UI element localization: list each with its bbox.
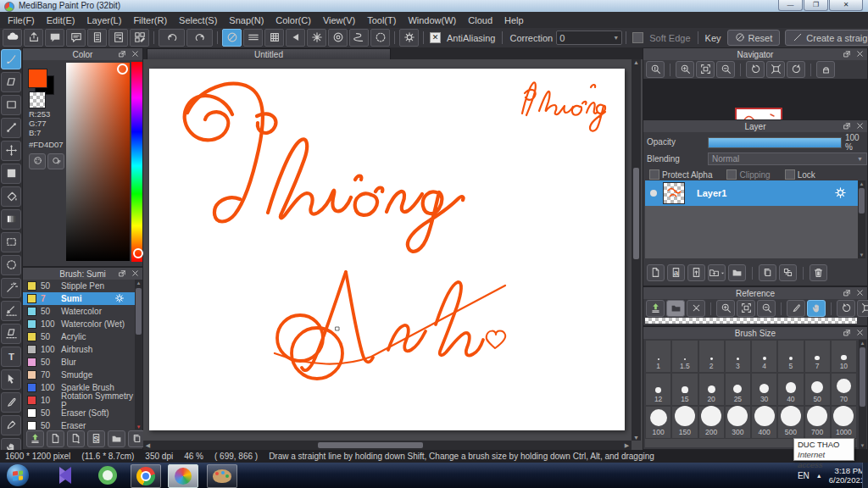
brush-size-option-200[interactable]: 200 — [698, 406, 725, 439]
snap-parallel-button[interactable] — [243, 29, 263, 47]
brush-item-watercolor-wet-[interactable]: 100Watercolor (Wet) — [23, 318, 135, 330]
zoom-fit-button[interactable] — [696, 61, 715, 78]
brush-item-smudge[interactable]: 70Smudge — [23, 369, 135, 381]
brush-size-option-30[interactable]: 30 — [751, 373, 777, 406]
menu-viewv[interactable]: View(V) — [317, 14, 361, 27]
saturation-value-picker[interactable] — [66, 63, 130, 261]
menu-cloud[interactable]: Cloud — [462, 14, 498, 27]
show-hidden-icons[interactable]: ▲ — [816, 473, 822, 479]
close-button[interactable] — [687, 300, 705, 317]
correction-dropdown[interactable]: 0 ▼ — [556, 30, 622, 45]
brush-size-option-1000[interactable]: 1000 — [831, 406, 857, 439]
popout-icon[interactable] — [118, 269, 127, 280]
zoom-in-button[interactable] — [716, 300, 735, 317]
close-button[interactable]: ✕ — [829, 0, 863, 11]
brush-size-option-50[interactable]: 50 — [804, 373, 831, 406]
operate-tool[interactable] — [1, 369, 21, 390]
snap-vanishing-button[interactable] — [286, 29, 305, 47]
s-doc-button[interactable]: S — [87, 430, 105, 447]
open-folder-button[interactable] — [666, 300, 685, 317]
document-tab[interactable]: Untitled — [147, 48, 391, 59]
control-pen-tool[interactable] — [1, 118, 21, 138]
menu-windoww[interactable]: Window(W) — [402, 14, 462, 27]
upload-button[interactable] — [26, 430, 44, 447]
document-button[interactable] — [87, 29, 107, 47]
brush-size-option-15[interactable]: 15 — [671, 373, 698, 406]
bucket-tool[interactable] — [1, 186, 21, 207]
zoom-actual-button[interactable] — [646, 61, 665, 78]
rotate-lock-button[interactable] — [816, 61, 835, 78]
close-icon[interactable] — [131, 269, 140, 280]
brush-size-option-100[interactable]: 100 — [645, 406, 671, 439]
rotate-reset-button[interactable] — [766, 61, 785, 78]
brush-size-option-7[interactable]: 7 — [804, 340, 831, 373]
brush-size-option-400[interactable]: 400 — [751, 406, 777, 439]
brush-size-option-300[interactable]: 300 — [725, 406, 751, 439]
hue-slider-handle[interactable] — [133, 248, 143, 258]
cloud-button[interactable] — [3, 29, 22, 47]
popout-icon[interactable] — [843, 49, 852, 60]
taskbar-coccoc-icon[interactable] — [93, 464, 122, 486]
fill-rect-tool[interactable] — [1, 164, 21, 184]
brush-size-option-25[interactable]: 25 — [725, 373, 751, 406]
brush-size-option-2[interactable]: 2 — [698, 340, 725, 373]
brush-item-watercolor[interactable]: 50Watercolor — [23, 305, 135, 318]
select-pen-tool[interactable] — [1, 301, 21, 321]
redo-button[interactable] — [186, 29, 213, 47]
menu-toolt[interactable]: Tool(T) — [361, 14, 402, 27]
gear-icon[interactable] — [114, 293, 125, 305]
brush-list-scrollbar[interactable]: ▲ ▼ — [135, 280, 142, 430]
merge-button[interactable] — [779, 264, 797, 281]
doc-up-button[interactable] — [687, 264, 705, 281]
comment-button[interactable] — [45, 29, 64, 47]
zoom-out-button[interactable] — [757, 300, 776, 317]
brush-size-option-70[interactable]: 70 — [831, 373, 857, 406]
upload-button[interactable] — [646, 300, 665, 317]
zoom-fit-button[interactable] — [737, 300, 755, 317]
zoom-in-button[interactable] — [676, 61, 694, 78]
doc-a-button[interactable]: a — [667, 264, 685, 281]
select-eraser-tool[interactable] — [1, 324, 21, 344]
snap-concentric-button[interactable] — [328, 29, 348, 47]
menu-filterr[interactable]: Filter(R) — [127, 14, 173, 27]
brush-size-scrollbar[interactable]: ▲ ▼ — [859, 340, 866, 449]
start-button[interactable] — [7, 464, 29, 486]
layer-row[interactable]: Layer1 — [645, 180, 859, 206]
brush-size-option-150[interactable]: 150 — [671, 406, 698, 439]
antialiasing-checkbox[interactable]: ✕ — [430, 32, 441, 43]
document-settings-button[interactable] — [108, 29, 128, 47]
brush-item-eraser-soft-[interactable]: 50Eraser (Soft) — [23, 407, 135, 419]
brush-size-option-700[interactable]: 700 — [804, 406, 831, 439]
brush-size-option-5[interactable]: 5 — [777, 340, 804, 373]
brush-item-airbrush[interactable]: 100Airbrush — [23, 343, 135, 356]
snap-grid-button[interactable] — [264, 29, 284, 47]
taskbar-chrome-icon[interactable] — [131, 464, 161, 488]
foreground-color-swatch[interactable] — [28, 69, 47, 88]
menu-filef[interactable]: File(F) — [2, 14, 41, 27]
brush-size-option-1[interactable]: 1 — [645, 340, 671, 373]
transparent-color-swatch[interactable] — [29, 92, 46, 108]
brush-item-sumi[interactable]: 7Sumi — [23, 292, 135, 305]
brush-size-option-4[interactable]: 4 — [751, 340, 777, 373]
opacity-slider[interactable] — [708, 137, 842, 148]
text-tool[interactable]: T — [1, 347, 21, 367]
brush-size-option-1.5[interactable]: 1.5 — [671, 340, 698, 373]
reset-button[interactable]: Reset — [727, 30, 781, 46]
popout-icon[interactable] — [843, 328, 852, 339]
gradient-tool[interactable] — [1, 209, 21, 230]
close-icon[interactable] — [855, 121, 865, 132]
brush-size-option-500[interactable]: 500 — [777, 406, 804, 439]
hue-slider[interactable] — [131, 62, 142, 262]
canvas-hscrollbar[interactable]: ◀ ▶ — [143, 441, 632, 450]
show-desktop-button[interactable] — [862, 463, 868, 488]
new-doc-button[interactable] — [647, 264, 665, 281]
duplicate-button[interactable] — [759, 264, 776, 281]
taskbar-kmplayer-icon[interactable] — [51, 464, 80, 486]
popout-icon[interactable] — [843, 121, 852, 132]
publish-button[interactable] — [24, 29, 43, 47]
menu-help[interactable]: Help — [498, 14, 530, 27]
pen-white-tool[interactable] — [1, 392, 21, 413]
comment-lines-button[interactable] — [66, 29, 86, 47]
snap-curve-button[interactable] — [349, 29, 369, 47]
brush-size-option-12[interactable]: 12 — [645, 373, 671, 406]
